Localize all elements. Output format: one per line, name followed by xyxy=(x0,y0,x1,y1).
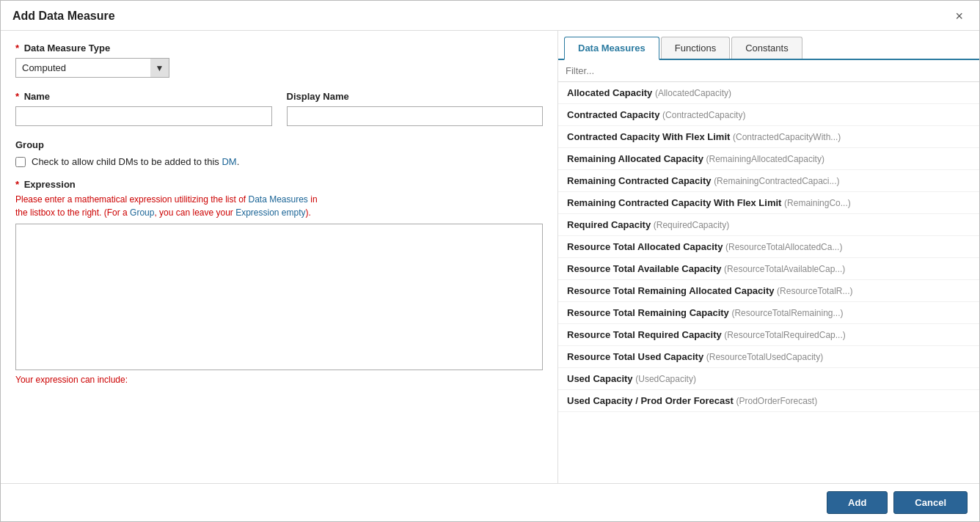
list-item[interactable]: Resource Total Used Capacity (ResourceTo… xyxy=(558,346,979,368)
name-displayname-row: * Name Display Name xyxy=(15,91,543,126)
list-item[interactable]: Resource Total Allocated Capacity (Resou… xyxy=(558,236,979,258)
filter-input[interactable] xyxy=(558,60,979,82)
list-item[interactable]: Used Capacity / Prod Order Forecast (Pro… xyxy=(558,390,979,412)
display-name-input[interactable] xyxy=(287,106,544,126)
group-checkbox[interactable] xyxy=(15,157,26,167)
group-checkbox-label: Check to allow child DMs to be added to … xyxy=(32,156,239,167)
type-field-group: * Data Measure Type Computed Simple Look… xyxy=(15,43,543,91)
expr-dm-link: Data Measures xyxy=(249,194,308,205)
expression-textarea[interactable] xyxy=(15,224,543,370)
list-item[interactable]: Resource Total Available Capacity (Resou… xyxy=(558,258,979,280)
display-name-field-group: Display Name xyxy=(287,91,544,126)
dialog-footer: Add Cancel xyxy=(1,483,979,521)
name-input[interactable] xyxy=(15,106,272,126)
list-item[interactable]: Resource Total Required Capacity (Resour… xyxy=(558,324,979,346)
list-item[interactable]: Used Capacity (UsedCapacity) xyxy=(558,368,979,390)
expr-expr-link: Expression empty xyxy=(235,207,305,218)
expr-group-link: Group xyxy=(130,207,154,218)
close-button[interactable]: × xyxy=(951,8,968,24)
cancel-button[interactable]: Cancel xyxy=(893,491,968,514)
name-field-group: * Name xyxy=(15,91,272,126)
tab-constants[interactable]: Constants xyxy=(731,37,802,59)
data-measures-list: Allocated Capacity (AllocatedCapacity)Co… xyxy=(558,82,979,483)
list-item[interactable]: Resource Total Remaining Allocated Capac… xyxy=(558,280,979,302)
group-label: Group xyxy=(15,139,543,150)
expression-hint: Please enter a mathematical expression u… xyxy=(15,193,543,219)
add-data-measure-dialog: Add Data Measure × * Data Measure Type C… xyxy=(0,0,980,522)
required-star-expr: * xyxy=(15,179,19,190)
type-select-wrapper: Computed Simple Lookup ▼ xyxy=(15,58,169,78)
tab-data-measures[interactable]: Data Measures xyxy=(564,37,659,60)
expression-footer: Your expression can include: xyxy=(15,375,543,385)
display-name-label: Display Name xyxy=(287,91,544,102)
dm-link: DM xyxy=(222,156,236,167)
list-item[interactable]: Contracted Capacity With Flex Limit (Con… xyxy=(558,126,979,148)
list-item[interactable]: Remaining Contracted Capacity With Flex … xyxy=(558,192,979,214)
dialog-title: Add Data Measure xyxy=(12,10,115,23)
add-button[interactable]: Add xyxy=(827,491,888,514)
tab-functions[interactable]: Functions xyxy=(661,37,730,59)
group-checkbox-row: Check to allow child DMs to be added to … xyxy=(15,156,543,167)
expression-label: * Expression xyxy=(15,179,543,190)
list-item[interactable]: Allocated Capacity (AllocatedCapacity) xyxy=(558,82,979,104)
dialog-body: * Data Measure Type Computed Simple Look… xyxy=(1,31,979,483)
type-select[interactable]: Computed Simple Lookup xyxy=(15,58,169,78)
list-item[interactable]: Resource Total Remaining Capacity (Resou… xyxy=(558,302,979,324)
left-panel: * Data Measure Type Computed Simple Look… xyxy=(1,31,558,483)
expression-section: * Expression Please enter a mathematical… xyxy=(15,179,543,471)
list-item[interactable]: Remaining Allocated Capacity (RemainingA… xyxy=(558,148,979,170)
list-item[interactable]: Contracted Capacity (ContractedCapacity) xyxy=(558,104,979,126)
list-item[interactable]: Required Capacity (RequiredCapacity) xyxy=(558,214,979,236)
right-panel: Data Measures Functions Constants Alloca… xyxy=(558,31,979,483)
type-label: * Data Measure Type xyxy=(15,43,543,54)
dialog-header: Add Data Measure × xyxy=(1,1,979,31)
name-label: * Name xyxy=(15,91,272,102)
tabs-row: Data Measures Functions Constants xyxy=(558,31,979,60)
required-star-name: * xyxy=(15,91,19,102)
group-section: Group Check to allow child DMs to be add… xyxy=(15,139,543,167)
list-item[interactable]: Remaining Contracted Capacity (Remaining… xyxy=(558,170,979,192)
required-star-type: * xyxy=(15,43,19,54)
list-scroll-wrapper: Allocated Capacity (AllocatedCapacity)Co… xyxy=(558,82,979,483)
